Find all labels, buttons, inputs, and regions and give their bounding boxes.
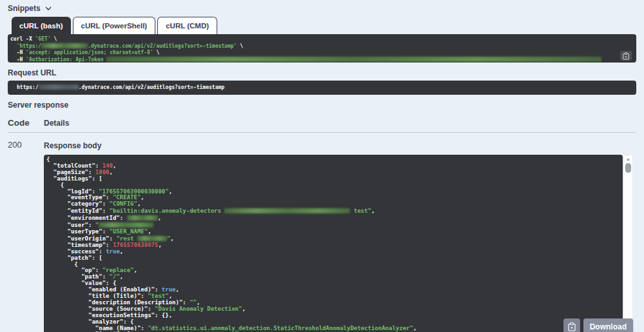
tab-curl-bash[interactable]: cURL (bash): [12, 17, 71, 34]
snippets-title: Snippets: [8, 4, 41, 13]
details-column-header: Details: [44, 119, 636, 128]
response-table-header: Code Details: [8, 118, 636, 128]
tab-curl-cmd[interactable]: cURL (CMD): [157, 17, 217, 34]
response-body-label: Response body: [44, 141, 636, 150]
copy-curl-button[interactable]: [620, 51, 632, 61]
redacted-text: [106, 57, 601, 62]
snippets-header[interactable]: Snippets: [8, 4, 636, 13]
curl-command-text: curl -X 'GET' \ 'https:/.dynatrace.com/a…: [10, 36, 631, 63]
response-scrollbar[interactable]: ▲ ▼: [623, 155, 633, 332]
redacted-text: [224, 208, 350, 213]
download-button[interactable]: Download: [583, 318, 633, 332]
clipboard-icon: [568, 322, 576, 331]
request-url-label: Request URL: [8, 68, 636, 77]
code-column-header: Code: [8, 118, 44, 128]
response-body-json: { "totalCount": 140, "pageSize": 1000, "…: [46, 157, 619, 332]
response-details-cell: Response body { "totalCount": 140, "page…: [44, 140, 636, 332]
scrollbar-thumb[interactable]: [625, 163, 631, 173]
status-code: 200: [8, 140, 44, 332]
curl-command-block: curl -X 'GET' \ 'https:/.dynatrace.com/a…: [8, 34, 636, 63]
request-url-value: https:/.dynatrace.com/api/v2/auditlogs?s…: [17, 84, 636, 92]
swagger-snippets-panel: Snippets cURL (bash) cURL (PowerShell) c…: [0, 4, 644, 332]
response-actions: Download: [563, 318, 633, 332]
response-row: 200 Response body { "totalCount": 140, "…: [8, 133, 636, 332]
clipboard-icon: [623, 52, 629, 60]
response-body-wrap: { "totalCount": 140, "pageSize": 1000, "…: [44, 155, 633, 332]
snippet-tabs: cURL (bash) cURL (PowerShell) cURL (CMD): [12, 17, 636, 34]
redacted-text: [39, 84, 79, 90]
redacted-text: [127, 215, 158, 220]
request-url-bar: https:/.dynatrace.com/api/v2/auditlogs?s…: [8, 81, 636, 95]
redacted-text: [99, 222, 153, 228]
scrollbar-up-arrow-icon[interactable]: ▲: [626, 157, 630, 162]
redacted-text: [41, 43, 88, 48]
server-response-label: Server response: [8, 101, 636, 110]
tab-curl-powershell[interactable]: cURL (PowerShell): [73, 17, 156, 34]
chevron-down-icon: [45, 6, 52, 11]
response-body-block: { "totalCount": 140, "pageSize": 1000, "…: [44, 155, 623, 332]
redacted-text: [137, 236, 167, 241]
copy-response-button[interactable]: [563, 318, 580, 332]
